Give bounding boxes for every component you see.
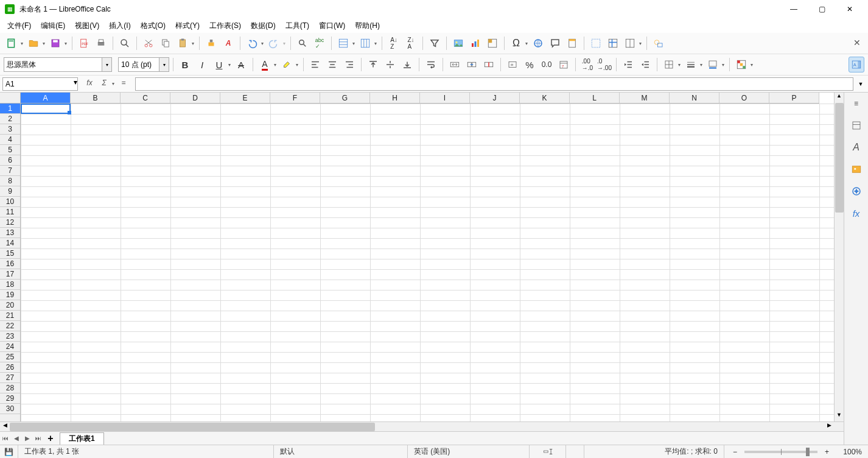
sum-dropdown[interactable]: ▾	[111, 76, 116, 92]
column-header-E[interactable]: E	[220, 93, 270, 103]
tab-last-button[interactable]: ⏭	[33, 433, 44, 444]
sum-button[interactable]: Σ	[97, 76, 111, 90]
row-button[interactable]	[335, 35, 351, 51]
row-header-28[interactable]: 28	[0, 383, 20, 393]
number-format-button[interactable]: 0.0	[539, 57, 555, 72]
menu-view[interactable]: 视图(V)	[70, 19, 104, 33]
font-color-button[interactable]: A	[257, 57, 273, 72]
freeze-button[interactable]	[605, 35, 621, 51]
zoom-out-button[interactable]: −	[730, 448, 740, 456]
column-header-A[interactable]: A	[21, 93, 71, 103]
border-color-button[interactable]	[705, 57, 721, 72]
menu-insert[interactable]: 插入(I)	[104, 19, 135, 33]
redo-button[interactable]	[266, 35, 282, 51]
row-header-9[interactable]: 9	[0, 186, 20, 197]
save-button[interactable]	[47, 35, 63, 51]
menu-format[interactable]: 格式(O)	[136, 19, 170, 33]
strikethrough-button[interactable]: A	[233, 57, 249, 72]
open-button[interactable]	[26, 35, 41, 51]
font-color-dropdown[interactable]: ▾	[273, 57, 278, 72]
merge-center-button[interactable]	[447, 57, 463, 72]
wrap-text-button[interactable]	[423, 57, 439, 72]
menu-style[interactable]: 样式(Y)	[170, 19, 205, 33]
font-name-dropdown[interactable]: ▾	[102, 58, 111, 71]
menu-tools[interactable]: 工具(T)	[281, 19, 314, 33]
status-style[interactable]: 默认	[274, 445, 408, 458]
menu-file[interactable]: 文件(F)	[2, 19, 36, 33]
row-header-16[interactable]: 16	[0, 259, 20, 269]
row-header-15[interactable]: 15	[0, 248, 20, 259]
row-header-2[interactable]: 2	[0, 114, 20, 124]
row-header-20[interactable]: 20	[0, 300, 20, 311]
insert-pivot-button[interactable]	[485, 35, 500, 51]
close-button[interactable]: ✕	[841, 2, 858, 16]
maximize-button[interactable]: ▢	[813, 2, 830, 16]
zoom-slider[interactable]	[744, 451, 817, 453]
highlight-color-button[interactable]	[279, 57, 295, 72]
sidebar-properties-icon[interactable]	[848, 117, 865, 134]
zoom-in-button[interactable]: +	[822, 448, 831, 456]
row-header-13[interactable]: 13	[0, 228, 20, 238]
menu-window[interactable]: 窗口(W)	[314, 19, 350, 33]
add-decimal-button[interactable]: .00→.0	[579, 57, 595, 72]
find-button[interactable]	[295, 35, 310, 51]
equals-button[interactable]: =	[117, 76, 130, 90]
status-language[interactable]: 英语 (美国)	[408, 445, 530, 458]
formula-expand-button[interactable]: ▼	[856, 77, 866, 91]
font-size-input[interactable]	[119, 58, 159, 71]
align-left-button[interactable]	[307, 57, 323, 72]
export-pdf-button[interactable]: PDF	[76, 35, 92, 51]
new-dropdown[interactable]: ▾	[19, 35, 24, 51]
border-style-button[interactable]	[683, 57, 699, 72]
row-header-7[interactable]: 7	[0, 166, 20, 176]
align-bottom-button[interactable]	[399, 57, 415, 72]
undo-button[interactable]	[244, 35, 260, 51]
border-color-dropdown[interactable]: ▾	[721, 57, 726, 72]
insert-chart-button[interactable]	[467, 35, 483, 51]
redo-dropdown[interactable]: ▾	[282, 35, 287, 51]
column-header-P[interactable]: P	[769, 93, 819, 103]
decrease-indent-button[interactable]	[637, 57, 653, 72]
insert-mode-indicator[interactable]: ▭ꕯ	[530, 445, 566, 458]
row-header-6[interactable]: 6	[0, 155, 20, 166]
new-button[interactable]	[4, 35, 19, 51]
merge-cells-button[interactable]	[464, 57, 480, 72]
underline-button[interactable]: U	[211, 57, 227, 72]
conditional-format-dropdown[interactable]: ▾	[749, 57, 754, 72]
status-aggregate[interactable]: 平均值: ; 求和: 0	[584, 445, 724, 458]
sidebar-styles-icon[interactable]: A	[848, 139, 865, 156]
menu-help[interactable]: 帮助(H)	[350, 19, 385, 33]
insert-special-char-button[interactable]: Ω	[508, 35, 524, 51]
special-char-dropdown[interactable]: ▾	[524, 35, 529, 51]
font-size-combo[interactable]: ▾	[118, 57, 169, 72]
align-right-button[interactable]	[341, 57, 357, 72]
borders-dropdown[interactable]: ▾	[677, 57, 682, 72]
horizontal-scroll-thumb[interactable]	[10, 423, 375, 431]
align-top-button[interactable]	[365, 57, 381, 72]
copy-button[interactable]	[158, 35, 173, 51]
row-header-19[interactable]: 19	[0, 290, 20, 300]
undo-dropdown[interactable]: ▾	[260, 35, 265, 51]
save-status-icon[interactable]: 💾	[0, 445, 18, 458]
align-center-button[interactable]	[324, 57, 340, 72]
row-header-12[interactable]: 12	[0, 217, 20, 228]
tab-next-button[interactable]: ▶	[22, 433, 33, 444]
define-print-area-button[interactable]	[588, 35, 604, 51]
sort-desc-button[interactable]: Z↓A	[403, 35, 419, 51]
sheet-tab-1[interactable]: 工作表1	[60, 432, 104, 445]
row-header-25[interactable]: 25	[0, 352, 20, 362]
underline-dropdown[interactable]: ▾	[227, 57, 232, 72]
row-header-30[interactable]: 30	[0, 404, 20, 414]
clear-formatting-button[interactable]: A	[220, 35, 236, 51]
formula-input[interactable]	[135, 77, 853, 91]
column-header-J[interactable]: J	[470, 93, 520, 103]
row-header-5[interactable]: 5	[0, 145, 20, 155]
borders-button[interactable]	[661, 57, 677, 72]
split-window-button[interactable]	[622, 35, 638, 51]
unmerge-cells-button[interactable]	[481, 57, 497, 72]
row-header-22[interactable]: 22	[0, 321, 20, 331]
column-header-L[interactable]: L	[570, 93, 620, 103]
sidebar-functions-icon[interactable]: fx	[848, 205, 865, 222]
insert-comment-button[interactable]	[547, 35, 563, 51]
row-header-10[interactable]: 10	[0, 197, 20, 207]
